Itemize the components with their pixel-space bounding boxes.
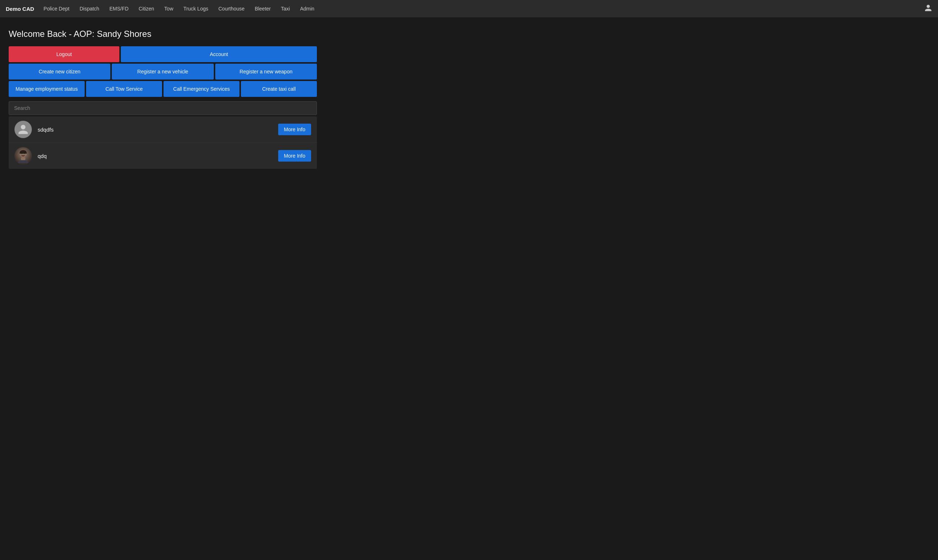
svg-point-2 (22, 153, 22, 154)
call-tow-button[interactable]: Call Tow Service (86, 81, 162, 97)
nav-citizen[interactable]: Citizen (135, 4, 158, 14)
navbar: Demo CAD Police Dept Dispatch EMS/FD Cit… (0, 0, 938, 17)
button-row-1: Logout Account (9, 46, 317, 62)
nav-truck-logs[interactable]: Truck Logs (180, 4, 212, 14)
logout-button[interactable]: Logout (9, 46, 119, 62)
citizen-row: qdq More Info (9, 143, 317, 169)
nav-ems-fd[interactable]: EMS/FD (106, 4, 132, 14)
user-icon[interactable] (924, 4, 932, 14)
app-brand[interactable]: Demo CAD (6, 6, 34, 12)
register-weapon-button[interactable]: Register a new weapon (215, 64, 317, 80)
citizen-name: qdq (38, 153, 273, 159)
search-input[interactable] (9, 101, 317, 115)
page-title: Welcome Back - AOP: Sandy Shores (9, 29, 317, 39)
citizen-row: sdqdfs More Info (9, 116, 317, 143)
call-emergency-button[interactable]: Call Emergency Services (163, 81, 239, 97)
manage-employment-button[interactable]: Manage employment status (9, 81, 85, 97)
account-button[interactable]: Account (121, 46, 317, 62)
svg-rect-1 (21, 157, 25, 160)
citizen-avatar-photo (14, 147, 32, 165)
citizen-name: sdqdfs (38, 126, 273, 133)
create-citizen-button[interactable]: Create new citizen (9, 64, 110, 80)
citizens-list: sdqdfs More Info (9, 116, 317, 169)
nav-dispatch[interactable]: Dispatch (76, 4, 103, 14)
nav-courthouse[interactable]: Courthouse (215, 4, 248, 14)
button-row-2: Create new citizen Register a new vehicl… (9, 64, 317, 80)
register-vehicle-button[interactable]: Register a new vehicle (112, 64, 213, 80)
nav-bleeter[interactable]: Bleeter (251, 4, 274, 14)
citizen-avatar-default (14, 121, 32, 138)
more-info-button-2[interactable]: More Info (278, 150, 311, 162)
search-container (9, 101, 317, 115)
svg-point-3 (24, 153, 25, 154)
create-taxi-button[interactable]: Create taxi call (241, 81, 317, 97)
main-content: Welcome Back - AOP: Sandy Shores Logout … (0, 17, 326, 180)
nav-taxi[interactable]: Taxi (277, 4, 293, 14)
nav-admin[interactable]: Admin (296, 4, 318, 14)
button-row-3: Manage employment status Call Tow Servic… (9, 81, 317, 97)
more-info-button-1[interactable]: More Info (278, 124, 311, 135)
nav-tow[interactable]: Tow (161, 4, 177, 14)
nav-police-dept[interactable]: Police Dept (40, 4, 73, 14)
